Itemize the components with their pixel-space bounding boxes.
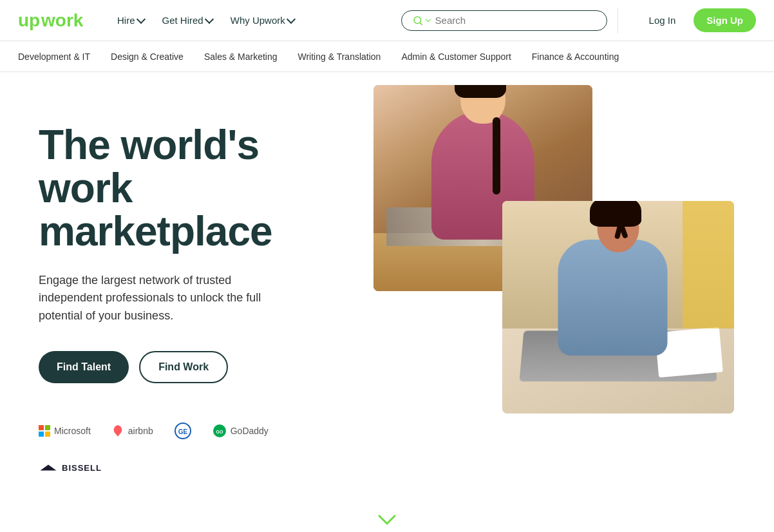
- microsoft-icon: [39, 425, 50, 437]
- nav-label-hire: Hire: [117, 15, 135, 26]
- svg-line-3: [420, 23, 422, 24]
- svg-marker-8: [41, 465, 57, 471]
- hero-title: The world's work marketplace: [39, 124, 348, 254]
- nav-item-hire[interactable]: Hire: [109, 10, 152, 31]
- upwork-logo-svg: up work: [18, 10, 89, 32]
- category-bar: Development & IT Design & Creative Sales…: [0, 41, 774, 72]
- trusted-brands: Microsoft airbnb GE GO: [39, 422, 348, 475]
- search-type-selector[interactable]: [412, 15, 430, 26]
- category-item-dev-it[interactable]: Development & IT: [18, 49, 90, 64]
- category-item-design[interactable]: Design & Creative: [111, 49, 184, 64]
- scroll-down-icon: [377, 513, 397, 526]
- brand-ge: GE: [174, 422, 192, 440]
- nav-divider: [618, 8, 618, 33]
- find-work-button[interactable]: Find Work: [139, 351, 228, 383]
- category-item-admin[interactable]: Admin & Customer Support: [401, 49, 511, 64]
- nav-label-why-upwork: Why Upwork: [231, 15, 285, 26]
- godaddy-icon: GO: [212, 424, 227, 438]
- brand-bissell: BISSELL: [39, 461, 102, 475]
- hero-images: [373, 72, 774, 500]
- category-item-writing[interactable]: Writing & Translation: [298, 49, 381, 64]
- search-dropdown-icon: [425, 17, 430, 22]
- chevron-down-icon: [136, 15, 145, 24]
- category-item-sales[interactable]: Sales & Marketing: [204, 49, 278, 64]
- bissell-icon: [39, 461, 58, 475]
- scroll-indicator[interactable]: [0, 500, 774, 532]
- nav-right: Log In Sign Up: [639, 8, 756, 32]
- chevron-down-icon: [287, 15, 296, 24]
- ge-icon: GE: [174, 422, 192, 440]
- airbnb-icon: [111, 424, 124, 437]
- hero-subtitle: Engage the largest network of trusted in…: [39, 272, 296, 326]
- category-item-finance[interactable]: Finance & Accounting: [532, 49, 619, 64]
- nav-label-get-hired: Get Hired: [162, 15, 203, 26]
- svg-text:up: up: [18, 10, 40, 30]
- logo[interactable]: up work: [18, 10, 89, 32]
- nav-item-get-hired[interactable]: Get Hired: [155, 10, 220, 31]
- chevron-down-icon: [205, 15, 214, 24]
- hero-image-man: [502, 201, 734, 413]
- search-bar[interactable]: [401, 10, 607, 31]
- nav-item-why-upwork[interactable]: Why Upwork: [223, 10, 302, 31]
- svg-text:GO: GO: [216, 430, 223, 434]
- search-icon: [412, 15, 424, 26]
- brand-microsoft: Microsoft: [39, 425, 91, 437]
- svg-text:work: work: [41, 10, 84, 30]
- brand-godaddy: GO GoDaddy: [212, 424, 269, 438]
- hero-section: The world's work marketplace Engage the …: [0, 72, 774, 500]
- hero-content: The world's work marketplace Engage the …: [0, 72, 373, 500]
- svg-text:GE: GE: [178, 428, 187, 435]
- search-input[interactable]: [435, 15, 596, 26]
- navbar: up work Hire Get Hired Why Upwork Log: [0, 0, 774, 41]
- nav-links: Hire Get Hired Why Upwork: [109, 10, 396, 31]
- login-button[interactable]: Log In: [639, 10, 686, 31]
- bissell-text: BISSELL: [62, 463, 102, 473]
- signup-button[interactable]: Sign Up: [694, 8, 756, 32]
- find-talent-button[interactable]: Find Talent: [39, 351, 129, 383]
- brand-airbnb: airbnb: [111, 424, 153, 437]
- svg-point-2: [414, 17, 421, 24]
- hero-buttons: Find Talent Find Work: [39, 351, 348, 383]
